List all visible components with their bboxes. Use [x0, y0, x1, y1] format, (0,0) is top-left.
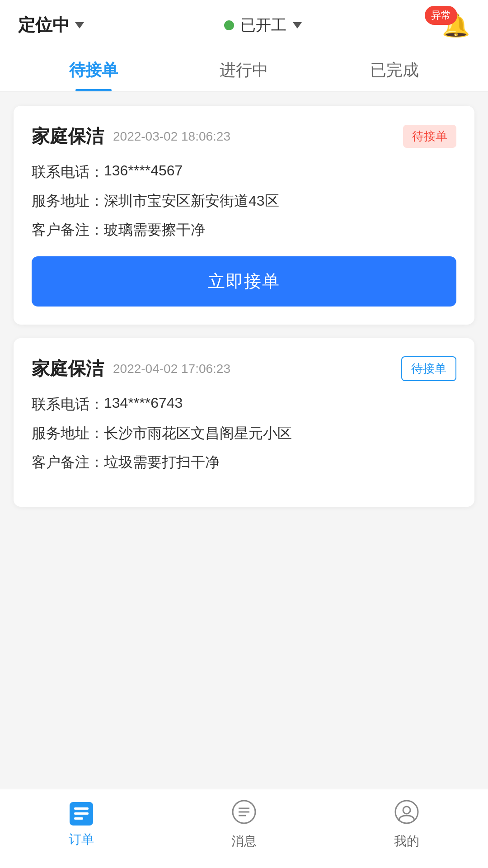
anomaly-badge: 异常: [425, 6, 457, 25]
remark-value-2: 垃圾需要打扫干净: [104, 453, 220, 472]
tab-ongoing[interactable]: 进行中: [169, 46, 319, 91]
order-phone-row-2: 联系电话： 134****6743: [32, 395, 456, 415]
order-title-area-2: 家庭保洁 2022-04-02 17:06:23: [32, 356, 230, 381]
status-chevron-icon: [293, 22, 302, 28]
nav-profile-label: 我的: [394, 833, 419, 850]
phone-value-2: 134****6743: [104, 395, 183, 411]
order-time-1: 2022-03-02 18:06:23: [113, 129, 230, 144]
bottom-nav: 订单 消息 我的: [0, 789, 488, 868]
order-title-area-1: 家庭保洁 2022-03-02 18:06:23: [32, 124, 230, 149]
address-value-2: 长沙市雨花区文昌阁星元小区: [104, 424, 292, 443]
nav-messages[interactable]: 消息: [230, 798, 258, 850]
tabs: 待接单 进行中 已完成: [0, 46, 488, 92]
orders-icon: [68, 800, 95, 827]
order-header-1: 家庭保洁 2022-03-02 18:06:23 待接单: [32, 124, 456, 149]
phone-value-1: 136****4567: [104, 162, 183, 179]
order-status-1: 待接单: [403, 125, 456, 148]
remark-label-2: 客户备注：: [32, 453, 104, 472]
nav-orders[interactable]: 订单: [68, 800, 95, 848]
order-time-2: 2022-04-02 17:06:23: [113, 362, 230, 376]
location-text: 定位中: [18, 14, 70, 37]
address-label-1: 服务地址：: [32, 191, 104, 211]
svg-rect-1: [74, 807, 89, 810]
order-phone-row-1: 联系电话： 136****4567: [32, 162, 456, 182]
remark-label-1: 客户备注：: [32, 220, 104, 240]
status-area[interactable]: 已开工: [224, 15, 302, 36]
order-card-1: 家庭保洁 2022-03-02 18:06:23 待接单 联系电话： 136**…: [14, 106, 474, 325]
header: 定位中 已开工 异常 🔔: [0, 0, 488, 46]
order-address-row-2: 服务地址： 长沙市雨花区文昌阁星元小区: [32, 424, 456, 443]
order-header-2: 家庭保洁 2022-04-02 17:06:23 待接单: [32, 356, 456, 381]
location-area[interactable]: 定位中: [18, 14, 84, 37]
profile-icon: [393, 798, 420, 829]
order-title-2: 家庭保洁: [32, 356, 104, 381]
notification-area[interactable]: 异常 🔔: [442, 14, 470, 37]
order-list: 家庭保洁 2022-03-02 18:06:23 待接单 联系电话： 136**…: [0, 92, 488, 520]
nav-profile[interactable]: 我的: [393, 798, 420, 850]
accept-button-1[interactable]: 立即接单: [32, 256, 456, 307]
remark-value-1: 玻璃需要擦干净: [104, 220, 205, 240]
status-text: 已开工: [240, 15, 286, 36]
tab-completed[interactable]: 已完成: [319, 46, 470, 91]
phone-label-1: 联系电话：: [32, 162, 104, 182]
svg-rect-2: [74, 812, 89, 815]
tab-pending[interactable]: 待接单: [18, 46, 169, 91]
order-remark-row-1: 客户备注： 玻璃需要擦干净: [32, 220, 456, 240]
address-value-1: 深圳市宝安区新安街道43区: [104, 191, 279, 211]
status-dot: [224, 20, 234, 30]
phone-label-2: 联系电话：: [32, 395, 104, 415]
order-status-2: 待接单: [401, 356, 456, 381]
order-remark-row-2: 客户备注： 垃圾需要打扫干净: [32, 453, 456, 472]
order-card-2: 家庭保洁 2022-04-02 17:06:23 待接单 联系电话： 134**…: [14, 338, 474, 507]
svg-point-9: [403, 807, 410, 814]
svg-rect-3: [74, 817, 83, 820]
nav-orders-label: 订单: [69, 831, 94, 848]
order-title-1: 家庭保洁: [32, 124, 104, 149]
location-chevron-icon: [75, 22, 84, 28]
order-address-row-1: 服务地址： 深圳市宝安区新安街道43区: [32, 191, 456, 211]
nav-messages-label: 消息: [231, 833, 257, 850]
order-info-2: 联系电话： 134****6743 服务地址： 长沙市雨花区文昌阁星元小区 客户…: [32, 395, 456, 472]
address-label-2: 服务地址：: [32, 424, 104, 443]
order-info-1: 联系电话： 136****4567 服务地址： 深圳市宝安区新安街道43区 客户…: [32, 162, 456, 240]
message-icon: [230, 798, 258, 829]
